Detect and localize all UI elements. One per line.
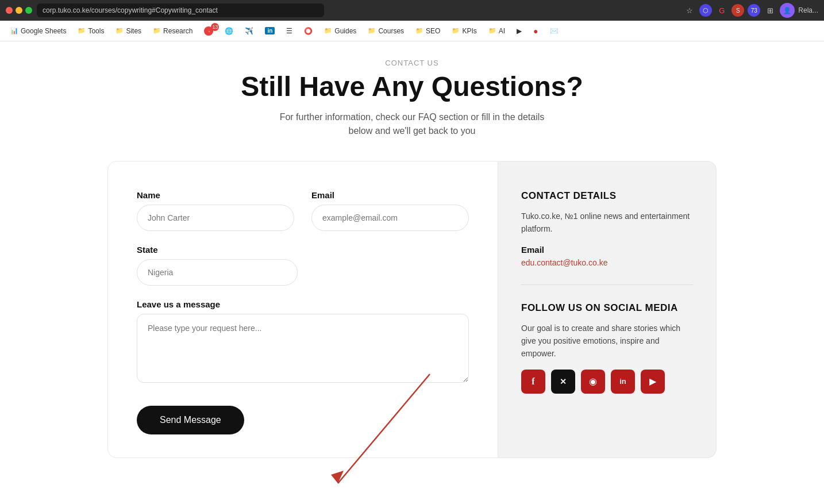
folder-icon: 📁: [324, 27, 332, 34]
name-email-row: Name Email: [137, 190, 469, 231]
bookmark-label: Courses: [378, 27, 404, 35]
bookmark-courses[interactable]: 📁 Courses: [363, 25, 409, 37]
bookmarks-bar: 📊 Google Sheets 📁 Tools 📁 Sites 📁 Resear…: [0, 21, 824, 41]
bookmark-ai[interactable]: 📁 AI: [484, 25, 510, 37]
bookmark-label: Research: [163, 27, 192, 35]
message-label: Leave us a message: [137, 299, 469, 309]
maximize-window-button[interactable]: [25, 7, 32, 14]
email-field-group: Email: [311, 190, 469, 231]
message-textarea[interactable]: [137, 314, 469, 383]
bookmark-star-icon[interactable]: ☆: [683, 4, 696, 17]
linkedin-logo-icon: in: [619, 377, 626, 386]
bookmark-circle[interactable]: ⭕: [299, 25, 317, 37]
mail-icon: ✉️: [550, 27, 559, 35]
extension-icon[interactable]: ⊞: [764, 4, 776, 17]
notification-badge: 13: [211, 23, 219, 31]
svg-line-0: [338, 374, 430, 483]
instagram-icon: ◉: [589, 376, 597, 387]
bookmark-telegram[interactable]: ✈️: [240, 25, 258, 37]
youtube-icon-button[interactable]: ▶: [641, 370, 665, 394]
folder-icon: 📁: [368, 27, 376, 34]
email-input[interactable]: [311, 205, 469, 231]
bookmark-label: SEO: [426, 27, 440, 35]
arrow-decoration: [269, 368, 441, 495]
state-label: State: [137, 245, 298, 255]
telegram-icon: ✈️: [245, 27, 253, 35]
instagram-icon-button[interactable]: ◉: [581, 370, 605, 394]
menu-icon: ☰: [286, 27, 292, 35]
minimize-window-button[interactable]: [16, 7, 22, 14]
bookmark-red[interactable]: ●: [529, 25, 542, 37]
name-label: Name: [137, 190, 294, 200]
bookmark-label: KPIs: [462, 27, 476, 35]
page-subtitle: For further information, check our FAQ s…: [268, 110, 556, 138]
bookmark-label: Google Sheets: [21, 27, 66, 35]
play-icon: ▶: [517, 27, 522, 35]
bookmark-label: Sites: [126, 27, 141, 35]
browser-chrome: corp.tuko.co.ke/courses/copywriting#Copy…: [0, 0, 824, 21]
bookmark-linkedin[interactable]: in: [260, 25, 279, 36]
red-icon: ●: [533, 26, 538, 36]
extensions-icon[interactable]: ⬡: [699, 4, 712, 17]
bookmark-seo[interactable]: 📁 SEO: [411, 25, 445, 37]
social-media-heading: FOLLOW US ON SOCIAL MEDIA: [521, 302, 693, 314]
bookmark-tools[interactable]: 📁 Tools: [73, 25, 109, 37]
bookmark-sites[interactable]: 📁 Sites: [111, 25, 146, 37]
folder-icon: 📁: [153, 27, 161, 34]
state-row: State: [137, 245, 469, 286]
svg-marker-1: [331, 471, 344, 483]
state-field-group: State: [137, 245, 298, 286]
contact-details-description: Tuko.co.ke, №1 online news and entertain…: [521, 210, 693, 236]
facebook-icon-button[interactable]: f: [521, 370, 545, 394]
send-message-button[interactable]: Send Message: [137, 406, 244, 434]
page-title: Still Have Any Questions?: [11, 72, 813, 102]
social-media-block: FOLLOW US ON SOCIAL MEDIA Our goal is to…: [521, 302, 693, 411]
folder-icon: 📁: [488, 27, 496, 34]
address-bar[interactable]: corp.tuko.co.ke/courses/copywriting#Copy…: [37, 3, 324, 17]
url-text: corp.tuko.co.ke/courses/copywriting#Copy…: [43, 6, 218, 14]
youtube-play-icon: ▶: [649, 376, 656, 387]
contact-us-label: CONTACT US: [11, 59, 813, 67]
bookmark-google-sheets[interactable]: 📊 Google Sheets: [6, 25, 71, 37]
user-avatar[interactable]: 👤: [780, 3, 795, 18]
twitter-icon-button[interactable]: ✕: [551, 370, 575, 394]
linkedin-icon-button[interactable]: in: [611, 370, 635, 394]
bookmark-kpis[interactable]: 📁 KPIs: [447, 25, 481, 37]
contact-details-heading: CONTACT DETAILS: [521, 190, 693, 202]
social-media-description: Our goal is to create and share stories …: [521, 322, 693, 360]
page-content: CONTACT US Still Have Any Questions? For…: [0, 41, 824, 504]
email-label: Email: [311, 190, 469, 200]
bookmark-ext1[interactable]: 🌐: [220, 25, 238, 37]
sidebar-section: CONTACT DETAILS Tuko.co.ke, №1 online ne…: [498, 161, 717, 458]
form-section: Name Email State Leave us a message: [107, 161, 498, 458]
twitter-x-icon: ✕: [560, 377, 567, 386]
contact-container: Name Email State Leave us a message: [96, 149, 728, 481]
window-controls: [6, 7, 32, 14]
message-field-group: Leave us a message: [137, 299, 469, 383]
message-row: Leave us a message: [137, 299, 469, 383]
bookmark-menu[interactable]: ☰: [282, 25, 297, 37]
folder-icon: 📁: [115, 27, 124, 34]
close-window-button[interactable]: [6, 7, 13, 14]
email-section-label: Email: [521, 245, 693, 255]
bookmark-mail[interactable]: ✉️: [545, 25, 563, 37]
folder-icon: 📁: [415, 27, 423, 34]
bookmark-guides[interactable]: 📁 Guides: [319, 25, 361, 37]
linkedin-icon: in: [265, 27, 275, 34]
badge-icon[interactable]: 73: [748, 4, 760, 17]
contact-email-link[interactable]: edu.contact@tuko.co.ke: [521, 258, 693, 267]
name-input[interactable]: [137, 205, 294, 231]
bookmark-play[interactable]: ▶: [512, 25, 526, 37]
contact-header: CONTACT US Still Have Any Questions? For…: [0, 41, 824, 149]
bookmark-research[interactable]: 📁 Research: [148, 25, 197, 37]
bookmark-notifications[interactable]: 🔖 13: [199, 25, 218, 37]
folder-icon: 📁: [452, 27, 460, 34]
sheets-icon: 📊: [10, 27, 18, 34]
ext-icon: 🌐: [225, 27, 233, 35]
facebook-icon: f: [532, 376, 534, 387]
profile-icon[interactable]: S: [731, 4, 744, 17]
profile-name: Rela...: [798, 6, 818, 14]
grammarly-icon[interactable]: G: [715, 4, 728, 17]
bookmark-label: Guides: [334, 27, 356, 35]
state-input[interactable]: [137, 259, 298, 286]
